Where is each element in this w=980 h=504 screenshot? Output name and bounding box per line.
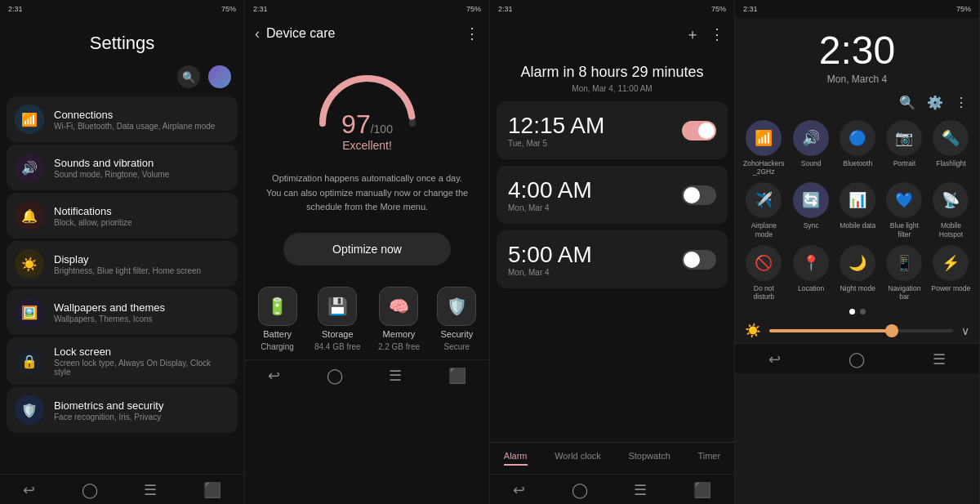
home-nav-icon-4[interactable]: ◯ <box>849 350 865 368</box>
qs-tile-bluelight[interactable]: 💙 Blue light filter <box>884 182 924 238</box>
qs-tile-bluetooth[interactable]: 🔵 Bluetooth <box>838 120 878 176</box>
alarm-more-icon[interactable]: ⋮ <box>710 25 724 43</box>
alarm-toggle-1[interactable] <box>682 121 716 140</box>
qs-tile-wifi[interactable]: 📶 ZohoHackers _2GHz <box>743 120 785 176</box>
alarm-day-2: Mon, Mar 4 <box>508 203 592 212</box>
alarm-time-3: 5:00 AM <box>508 242 592 268</box>
home-nav-icon[interactable]: ◯ <box>82 481 98 499</box>
tab-timer[interactable]: Timer <box>697 451 720 466</box>
alarm-hero-title: Alarm in 8 hours 29 minutes <box>503 64 721 81</box>
extra-nav-icon-3[interactable]: ⬛ <box>693 481 711 499</box>
storage-icon: 💾 <box>318 287 357 326</box>
add-alarm-icon[interactable]: ＋ <box>685 25 700 44</box>
device-care-header: ‹ Device care ⋮ <box>245 18 489 49</box>
memory-label: Memory <box>383 329 416 339</box>
qs-tile-hotspot[interactable]: 📡 Mobile Hotspot <box>931 182 971 238</box>
tab-stopwatch[interactable]: Stopwatch <box>628 451 670 466</box>
back-nav-icon-4[interactable]: ↩ <box>768 350 781 368</box>
qs-tile-flashlight[interactable]: 🔦 Flashlight <box>931 120 971 176</box>
settings-item-notifications[interactable]: 🔔 Notifications Block, allow, prioritize <box>7 193 238 239</box>
settings-icon[interactable]: ⚙️ <box>927 95 943 110</box>
search-button[interactable]: 🔍 <box>177 65 200 88</box>
tab-world-clock[interactable]: World clock <box>555 451 601 466</box>
security-label: Security <box>440 329 473 339</box>
back-icon[interactable]: ‹ <box>255 25 260 42</box>
settings-item-title: Sounds and vibration <box>54 157 229 169</box>
alarm-item-2[interactable]: 4:00 AM Mon, Mar 4 <box>497 166 728 224</box>
avatar[interactable] <box>208 65 231 88</box>
optimize-btn-wrapper: Optimize now <box>245 226 489 279</box>
qs-tile-night[interactable]: 🌙 Night mode <box>838 245 878 301</box>
qs-tile-sound[interactable]: 🔊 Sound <box>791 120 831 176</box>
settings-search-row: 🔍 <box>13 65 231 88</box>
power-tile-icon: ⚡ <box>933 245 969 281</box>
bluelight-tile-icon: 💙 <box>886 182 922 218</box>
brightness-icon: ☀️ <box>745 323 761 338</box>
settings-item-wallpapers[interactable]: 🖼️ Wallpapers and themes Wallpapers, The… <box>7 289 238 335</box>
alarm-time-info-3: 5:00 AM Mon, Mar 4 <box>508 242 592 277</box>
location-tile-icon: 📍 <box>793 245 829 281</box>
extra-nav-icon[interactable]: ⬛ <box>203 481 221 499</box>
qs-tile-dnd[interactable]: 🚫 Do not disturb <box>743 245 785 301</box>
qs-tile-mobile-data[interactable]: 📊 Mobile data <box>838 182 878 238</box>
back-nav-icon[interactable]: ↩ <box>23 481 35 499</box>
qs-tile-location[interactable]: 📍 Location <box>791 245 831 301</box>
device-stats: 🔋 Battery Charging 💾 Storage 84.4 GB fre… <box>245 279 489 359</box>
recent-nav-icon-3[interactable]: ☰ <box>634 481 647 499</box>
recent-nav-icon[interactable]: ☰ <box>144 481 157 499</box>
back-nav-icon-3[interactable]: ↩ <box>513 481 525 499</box>
hotspot-tile-icon: 📡 <box>933 182 969 218</box>
qs-dot-2 <box>860 309 866 314</box>
back-nav-icon-2[interactable]: ↩ <box>268 367 280 385</box>
qs-tile-airplane[interactable]: ✈️ Airplane mode <box>743 182 785 238</box>
settings-item-lockscreen[interactable]: 🔒 Lock screen Screen lock type, Always O… <box>7 337 238 385</box>
qs-tile-sync[interactable]: 🔄 Sync <box>791 182 831 238</box>
more-icon[interactable]: ⋮ <box>465 25 479 42</box>
settings-item-title: Display <box>54 253 229 265</box>
wifi-tile-icon: 📶 <box>746 120 782 156</box>
brightness-control[interactable]: ☀️ ∨ <box>735 318 979 343</box>
settings-item-sounds[interactable]: 🔊 Sounds and vibration Sound mode, Ringt… <box>7 145 238 190</box>
bottom-nav-2: ↩ ◯ ☰ ⬛ <box>245 359 489 390</box>
brightness-track[interactable] <box>769 329 953 332</box>
extra-nav-icon-2[interactable]: ⬛ <box>448 367 466 385</box>
brightness-thumb[interactable] <box>885 324 898 337</box>
settings-title: Settings <box>13 33 231 54</box>
alarm-toggle-2[interactable] <box>682 185 716 205</box>
tab-alarm[interactable]: Alarm <box>504 451 528 466</box>
alarm-list: 12:15 AM Tue, Mar 5 4:00 AM Mon, Mar 4 5… <box>490 101 734 442</box>
alarm-item-3[interactable]: 5:00 AM Mon, Mar 4 <box>497 230 728 288</box>
score-section: 97 /100 Excellent! <box>245 49 489 160</box>
settings-item-sub: Wallpapers, Themes, Icons <box>54 314 229 323</box>
sounds-icon: 🔊 <box>15 153 44 182</box>
settings-item-text: Connections Wi-Fi, Bluetooth, Data usage… <box>54 109 229 131</box>
settings-item-sub: Screen lock type, Always On Display, Clo… <box>54 359 229 377</box>
settings-panel: 2:31 75% Settings 🔍 📶 Connections Wi-Fi,… <box>0 0 245 504</box>
settings-item-display[interactable]: ☀️ Display Brightness, Blue light filter… <box>7 241 238 287</box>
qs-tile-portrait[interactable]: 📷 Portrait <box>884 120 924 176</box>
settings-item-connections[interactable]: 📶 Connections Wi-Fi, Bluetooth, Data usa… <box>7 96 238 142</box>
home-nav-icon-3[interactable]: ◯ <box>572 481 588 499</box>
search-icon[interactable]: 🔍 <box>899 95 915 110</box>
bluelight-tile-label: Blue light filter <box>884 221 924 238</box>
alarm-time-1: 12:15 AM <box>508 113 604 139</box>
settings-item-biometrics[interactable]: 🛡️ Biometrics and security Face recognit… <box>7 387 238 433</box>
more-icon[interactable]: ⋮ <box>955 95 968 110</box>
alarm-item-1[interactable]: 12:15 AM Tue, Mar 5 <box>497 101 728 159</box>
alarm-toggle-3[interactable] <box>682 250 716 270</box>
qs-tile-power[interactable]: ⚡ Power mode <box>931 245 971 301</box>
alarm-day-1: Tue, Mar 5 <box>508 139 604 148</box>
recent-nav-icon-2[interactable]: ☰ <box>389 367 402 385</box>
qs-date: Mon, March 4 <box>735 74 979 85</box>
expand-icon[interactable]: ∨ <box>961 324 969 337</box>
toggle-knob-1 <box>698 123 715 139</box>
qs-tile-navbar[interactable]: 📱 Navigation bar <box>884 245 924 301</box>
settings-list: 📶 Connections Wi-Fi, Bluetooth, Data usa… <box>0 96 244 474</box>
home-nav-icon-2[interactable]: ◯ <box>327 367 343 385</box>
security-icon: 🛡️ <box>437 287 476 326</box>
device-care-description: Optimization happens automatically once … <box>245 160 489 226</box>
settings-item-text: Wallpapers and themes Wallpapers, Themes… <box>54 301 229 323</box>
night-tile-label: Night mode <box>840 284 875 292</box>
recent-nav-icon-4[interactable]: ☰ <box>933 350 946 368</box>
optimize-now-button[interactable]: Optimize now <box>283 233 451 265</box>
